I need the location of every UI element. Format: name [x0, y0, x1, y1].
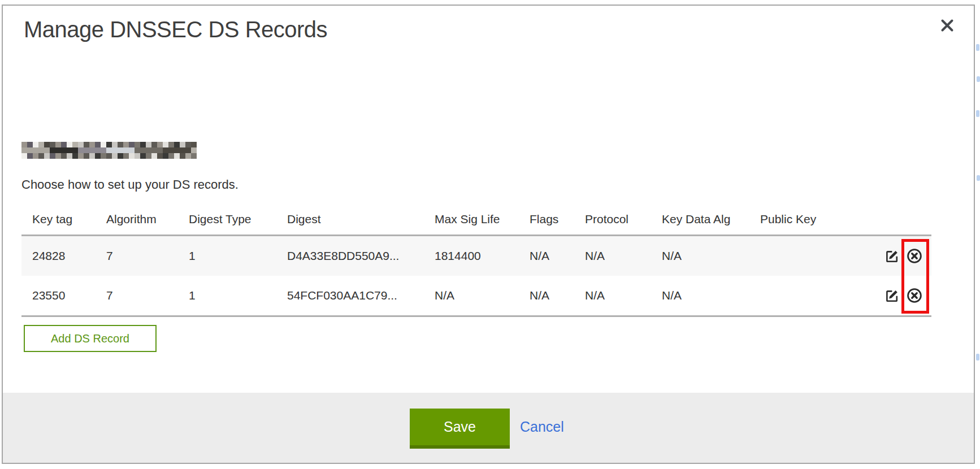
table-row: 2482871D4A33E8DD550A9...1814400N/AN/AN/A	[21, 236, 931, 276]
modal-title: Manage DNSSEC DS Records	[24, 17, 327, 42]
cell-protocol: N/A	[574, 289, 651, 302]
cell-key_data_alg: N/A	[651, 289, 749, 302]
delete-record-icon[interactable]	[906, 247, 923, 264]
add-ds-record-button[interactable]: Add DS Record	[24, 325, 157, 352]
background-page-remnant	[976, 354, 979, 361]
column-header: Flags	[519, 212, 574, 226]
column-header: Key Data Alg	[651, 212, 749, 226]
setup-instruction: Choose how to set up your DS records.	[21, 177, 239, 192]
cell-algorithm: 7	[96, 289, 178, 302]
cell-key_data_alg: N/A	[651, 249, 749, 263]
column-header: Algorithm	[96, 212, 178, 226]
column-header: Key tag	[21, 212, 96, 226]
edit-record-icon[interactable]	[883, 287, 900, 304]
cell-key_tag: 24828	[21, 249, 96, 263]
background-page-remnant	[977, 175, 980, 181]
cell-flags: N/A	[519, 249, 574, 263]
edit-record-icon[interactable]	[883, 247, 900, 264]
column-header: Digest Type	[178, 212, 276, 226]
table-header: Key tagAlgorithmDigest TypeDigestMax Sig…	[21, 212, 931, 236]
background-page-remnant	[976, 110, 979, 117]
dnssec-modal: Manage DNSSEC DS Records Choose how to s…	[2, 5, 975, 464]
cell-key_tag: 23550	[21, 289, 96, 302]
save-button[interactable]: Save	[410, 409, 510, 449]
column-header: Digest	[276, 212, 424, 226]
cell-digest_type: 1	[178, 289, 276, 302]
column-header: Max Sig Life	[424, 212, 519, 226]
row-actions	[848, 287, 931, 304]
cell-algorithm: 7	[96, 249, 178, 263]
modal-footer: Save Cancel	[3, 393, 974, 463]
column-header: Protocol	[574, 212, 651, 226]
redacted-domain	[21, 142, 197, 159]
cell-max_sig_life: 1814400	[424, 249, 519, 263]
background-page-remnant	[976, 44, 979, 51]
delete-record-icon[interactable]	[906, 287, 923, 304]
table-row: 235507154FCF030AA1C79...N/AN/AN/AN/A	[21, 276, 931, 315]
background-page-remnant	[977, 76, 980, 82]
cancel-link[interactable]: Cancel	[520, 409, 564, 445]
cell-digest_type: 1	[178, 249, 276, 263]
cell-flags: N/A	[519, 289, 574, 302]
cell-protocol: N/A	[574, 249, 651, 263]
close-button[interactable]	[939, 18, 956, 35]
cell-max_sig_life: N/A	[424, 289, 519, 302]
table-body: 2482871D4A33E8DD550A9...1814400N/AN/AN/A…	[21, 236, 931, 317]
ds-records-table: Key tagAlgorithmDigest TypeDigestMax Sig…	[21, 212, 931, 317]
row-actions	[848, 247, 931, 264]
cell-digest: 54FCF030AA1C79...	[276, 289, 424, 302]
close-icon	[940, 18, 955, 35]
column-header: Public Key	[749, 212, 848, 226]
cell-digest: D4A33E8DD550A9...	[276, 249, 424, 263]
